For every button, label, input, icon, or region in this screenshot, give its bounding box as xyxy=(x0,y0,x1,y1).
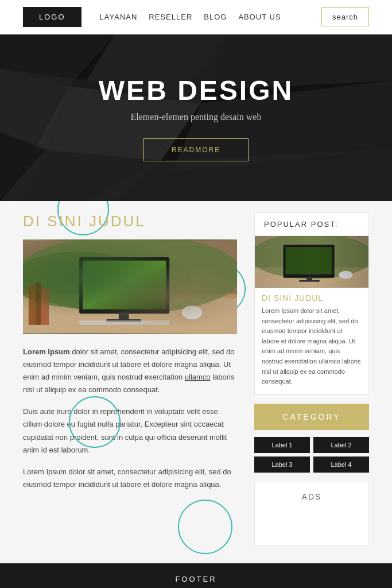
svg-rect-11 xyxy=(23,297,237,334)
label-tag-2[interactable]: Label 2 xyxy=(313,437,369,453)
hero-title: WEB DESIGN xyxy=(99,75,293,106)
ads-section: ADS xyxy=(254,482,369,546)
popular-post-header: POPULAR POST: xyxy=(255,213,368,236)
ads-label: ADS xyxy=(302,492,322,501)
svg-point-23 xyxy=(182,305,202,319)
svg-rect-15 xyxy=(79,257,169,314)
svg-rect-18 xyxy=(119,312,129,320)
search-button[interactable]: search xyxy=(321,7,369,26)
footer-label: FOOTER xyxy=(175,575,216,583)
label-tag-3[interactable]: Label 3 xyxy=(254,457,310,473)
body-bold: Lorem Ipsum xyxy=(23,347,70,356)
body-paragraph-3: Lorem Ipsum dolor sit amet, consectetur … xyxy=(23,466,237,491)
svg-point-13 xyxy=(23,239,237,314)
svg-rect-22 xyxy=(41,288,49,325)
popular-post-title: DI SINI JUDUL xyxy=(255,288,368,306)
main-content: DI SINI JUDUL xyxy=(0,212,392,546)
nav-about[interactable]: ABOUT US xyxy=(238,13,281,21)
svg-rect-28 xyxy=(284,245,335,277)
popular-post-image xyxy=(255,236,368,288)
header: LOGO LAYANAN RESELLER BLOG ABOUT US sear… xyxy=(0,0,392,34)
svg-rect-29 xyxy=(285,247,332,274)
body-paragraph-1: Lorem Ipsum dolor sit amet, consectetur … xyxy=(23,346,237,396)
page-wrapper: LOGO LAYANAN RESELLER BLOG ABOUT US sear… xyxy=(0,0,392,588)
svg-rect-20 xyxy=(29,285,36,325)
svg-rect-10 xyxy=(23,241,237,334)
svg-rect-21 xyxy=(36,283,41,325)
svg-rect-26 xyxy=(255,268,368,288)
navigation: LAYANAN RESELLER BLOG ABOUT US xyxy=(100,13,281,21)
category-label: CATEGORY xyxy=(282,412,340,421)
label-grid: Label 1 Label 2 Label 3 Label 4 xyxy=(254,437,369,473)
readmore-button[interactable]: READMORE xyxy=(143,138,249,161)
nav-reseller[interactable]: RESELLER xyxy=(149,13,192,21)
hero-content: WEB DESIGN Elemen-elemen penting desain … xyxy=(99,75,293,161)
blog-image-svg xyxy=(23,239,237,334)
ads-placeholder xyxy=(264,502,359,536)
svg-rect-12 xyxy=(23,294,237,299)
svg-point-32 xyxy=(339,271,353,279)
svg-rect-24 xyxy=(79,320,169,325)
content-left: DI SINI JUDUL xyxy=(23,212,254,546)
popular-post-body: Lorem Ipsum dolor sit amet, consectetur … xyxy=(255,306,368,394)
logo[interactable]: LOGO xyxy=(23,7,81,27)
blog-image-wrap xyxy=(23,239,237,334)
popular-post-image-svg xyxy=(255,236,368,288)
section-title: DI SINI JUDUL xyxy=(23,212,237,230)
label-tag-4[interactable]: Label 4 xyxy=(313,457,369,473)
hero-section: WEB DESIGN Elemen-elemen penting desain … xyxy=(0,34,392,201)
popular-post-section: POPULAR POST: DI SINI JUDUL Lorem Ipsum xyxy=(254,212,369,394)
footer: FOOTER xyxy=(0,563,392,588)
svg-point-14 xyxy=(23,252,147,308)
label-tag-1[interactable]: Label 1 xyxy=(254,437,310,453)
svg-rect-16 xyxy=(83,261,166,309)
svg-rect-31 xyxy=(299,280,320,282)
blog-image xyxy=(23,239,237,334)
hero-subtitle: Elemen-elemen penting desain web xyxy=(99,112,293,122)
svg-rect-30 xyxy=(306,277,312,281)
svg-rect-25 xyxy=(255,236,368,287)
nav-blog[interactable]: BLOG xyxy=(204,13,227,21)
nav-layanan[interactable]: LAYANAN xyxy=(100,13,138,21)
sidebar: POPULAR POST: DI SINI JUDUL Lorem Ipsum xyxy=(254,212,369,546)
body-paragraph-2: Duis aute irure dolor in reprehenderit i… xyxy=(23,405,237,456)
category-box: CATEGORY xyxy=(254,404,369,430)
svg-point-27 xyxy=(255,236,368,279)
svg-rect-19 xyxy=(106,319,141,322)
svg-rect-17 xyxy=(83,261,166,309)
